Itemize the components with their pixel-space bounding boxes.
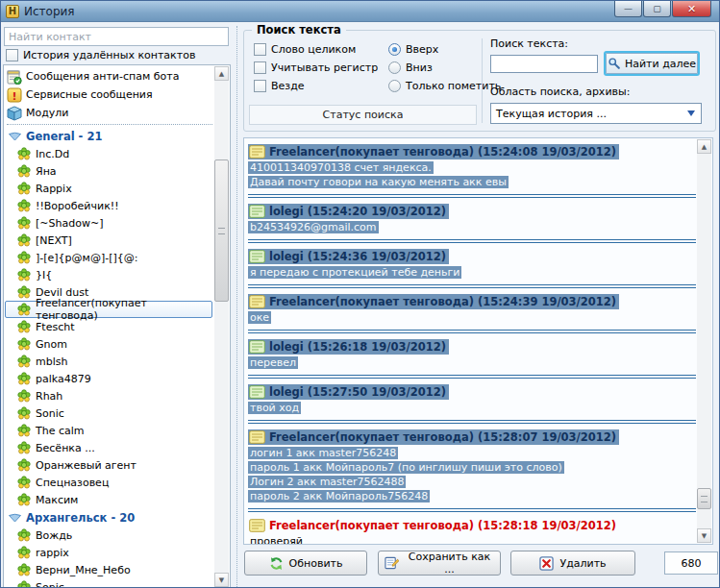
contact-row[interactable]: Верни_Мне_Небо: [5, 561, 214, 578]
message-text-line: Давай почту говори на какую менять акк е…: [248, 175, 696, 189]
message-note-yellow-icon: [249, 295, 265, 308]
message-header[interactable]: Freelancer(покупает тенговода) (15:24:39…: [248, 293, 696, 310]
contact-row[interactable]: Sonic: [5, 404, 214, 422]
contact-flower-icon: [17, 372, 31, 386]
radio-icon[interactable]: [388, 61, 401, 74]
message-author-time: lolegi (15:27:50 19/03/2012): [269, 385, 446, 399]
radio-icon[interactable]: [388, 80, 401, 92]
svg-text:!: !: [12, 89, 16, 102]
contact-name: Оранжевый агент: [36, 459, 137, 472]
contact-name: Бесёнка ...: [36, 442, 95, 454]
search-radio-row[interactable]: Только пометить: [388, 79, 501, 93]
list-item-modules-icon[interactable]: Модули: [5, 104, 214, 122]
contact-row[interactable]: [NEXT]: [5, 232, 214, 249]
message-header[interactable]: lolegi (15:24:36 19/03/2012): [248, 248, 696, 265]
minimize-button[interactable]: —: [614, 1, 642, 17]
save-as-button[interactable]: Сохранить как ...: [378, 551, 501, 576]
list-divider: [7, 124, 212, 125]
message-header[interactable]: Freelancer(покупает тенговода) (15:28:18…: [248, 517, 696, 534]
scroll-up-icon[interactable]: ▲: [214, 66, 229, 81]
contact-row[interactable]: Вождь: [5, 527, 214, 544]
message-header[interactable]: Freelancer(покупает тенговода) (15:24:08…: [248, 143, 696, 160]
checkbox-icon[interactable]: [254, 80, 266, 92]
message-header[interactable]: lolegi (15:27:50 19/03/2012): [248, 383, 696, 401]
message-text-line: логин 1 акк master756248: [248, 446, 696, 460]
list-item-service-messages-icon[interactable]: ! Сервисные сообщения: [5, 86, 214, 104]
contact-row[interactable]: [~Shadow~]: [5, 214, 214, 232]
checkbox-label: Учитывать регистр: [271, 61, 378, 74]
contact-row[interactable]: ]-[e]{p@м@]-[]{@:: [5, 249, 214, 266]
message-block[interactable]: Freelancer(покупает тенговода) (15:24:39…: [248, 293, 696, 333]
titlebar[interactable]: H История — ▢ ✕: [1, 1, 719, 22]
contact-list[interactable]: Сообщения анти-спам бота ! Сервисные соо…: [3, 64, 231, 588]
message-block[interactable]: lolegi (15:26:18 19/03/2012) перевел: [248, 338, 696, 379]
delete-button[interactable]: Удалить: [510, 551, 635, 576]
message-block[interactable]: lolegi (15:24:36 19/03/2012) я передаю с…: [248, 248, 696, 288]
message-header[interactable]: lolegi (15:26:18 19/03/2012): [248, 338, 696, 355]
message-block[interactable]: Freelancer(покупает тенговода) (15:28:07…: [248, 429, 696, 512]
message-header[interactable]: Freelancer(покупает тенговода) (15:28:07…: [248, 429, 696, 446]
message-header[interactable]: lolegi (15:24:20 19/03/2012): [248, 203, 696, 220]
contact-name: Максим: [36, 494, 78, 506]
radio-icon[interactable]: [388, 43, 401, 56]
contact-row[interactable]: mblsh: [5, 353, 214, 370]
deleted-contacts-checkbox[interactable]: [6, 49, 18, 61]
contact-flower-icon: [17, 164, 31, 179]
checkbox-icon[interactable]: [254, 61, 266, 74]
contact-name: Gnom: [36, 338, 67, 351]
message-text-line: Логин 2 акк master7562488: [248, 475, 696, 489]
search-group-divider: [482, 38, 483, 123]
search-checkbox-row[interactable]: Слово целиком: [254, 42, 356, 57]
scroll-up-icon[interactable]: ▲: [697, 139, 711, 154]
refresh-button[interactable]: Обновить: [244, 551, 367, 576]
search-group: Поиск текста Слово целиком Учитывать рег…: [243, 30, 716, 132]
contact-row[interactable]: rappix: [5, 544, 214, 561]
contact-row[interactable]: Оранжевый агент: [5, 456, 214, 474]
contact-row[interactable]: Яна: [5, 162, 214, 180]
search-radio-row[interactable]: Вниз: [388, 61, 433, 75]
message-block[interactable]: lolegi (15:24:20 19/03/2012) b24534926@g…: [248, 203, 696, 243]
contact-group-header[interactable]: General - 21: [5, 127, 214, 145]
search-scope-combobox[interactable]: Текущая история ...: [490, 103, 702, 124]
contact-list-scrollbar[interactable]: ▲ ▼: [214, 66, 229, 587]
message-block[interactable]: Freelancer(покупает тенговода) (15:28:18…: [248, 517, 696, 545]
messages-scrollbar[interactable]: ▲ ▼: [697, 139, 711, 543]
message-note-green-icon: [249, 250, 265, 263]
close-button[interactable]: ✕: [672, 1, 711, 17]
scrollbar-thumb[interactable]: [214, 159, 229, 302]
contact-row[interactable]: Freelancer(покупает тенговода): [5, 301, 212, 318]
contact-row[interactable]: Спецназовец: [5, 474, 214, 491]
find-contact-input[interactable]: [4, 27, 229, 46]
search-radio-row[interactable]: Вверх: [388, 42, 438, 57]
contact-row[interactable]: Rappix: [5, 180, 214, 197]
checkbox-icon[interactable]: [254, 43, 266, 56]
message-block[interactable]: lolegi (15:27:50 19/03/2012) твой ход: [248, 383, 696, 424]
maximize-button[interactable]: ▢: [643, 1, 671, 17]
search-checkbox-row[interactable]: Учитывать регистр: [254, 61, 378, 75]
contact-row[interactable]: palka4879: [5, 370, 214, 387]
scrollbar-thumb[interactable]: [697, 488, 711, 509]
contact-row[interactable]: The calm: [5, 422, 214, 439]
contact-row[interactable]: Sonic: [5, 578, 214, 588]
contact-row[interactable]: Inc.Dd: [5, 145, 214, 162]
search-scope-value: Текущая история ...: [496, 108, 607, 120]
search-checkbox-row[interactable]: Везде: [254, 79, 305, 93]
message-author-time: lolegi (15:24:36 19/03/2012): [269, 250, 446, 263]
search-text-input[interactable]: [490, 55, 598, 73]
contact-row[interactable]: Gnom: [5, 335, 214, 353]
contact-group-header[interactable]: Архангельск - 20: [5, 508, 214, 527]
message-history-panel[interactable]: Freelancer(покупает тенговода) (15:24:08…: [243, 137, 713, 545]
message-author-time: Freelancer(покупает тенговода) (15:28:07…: [269, 430, 616, 444]
contact-row[interactable]: Rhah: [5, 387, 214, 404]
contact-row[interactable]: Максим: [5, 491, 214, 508]
contact-row[interactable]: }I{: [5, 266, 214, 283]
save-as-icon: [385, 555, 399, 571]
contact-row[interactable]: Бесёнка ...: [5, 439, 214, 456]
find-next-button[interactable]: Найти далее: [604, 51, 700, 76]
deleted-contacts-checkbox-row[interactable]: История удалённых контактов: [6, 49, 195, 61]
message-block[interactable]: Freelancer(покупает тенговода) (15:24:08…: [248, 143, 696, 198]
list-item-antispam-messages-icon[interactable]: Сообщения анти-спам бота: [5, 67, 214, 86]
scroll-down-icon[interactable]: ▼: [214, 573, 229, 587]
scroll-down-icon[interactable]: ▼: [697, 528, 711, 543]
contact-row[interactable]: !!Воробейчик!!: [5, 197, 214, 214]
